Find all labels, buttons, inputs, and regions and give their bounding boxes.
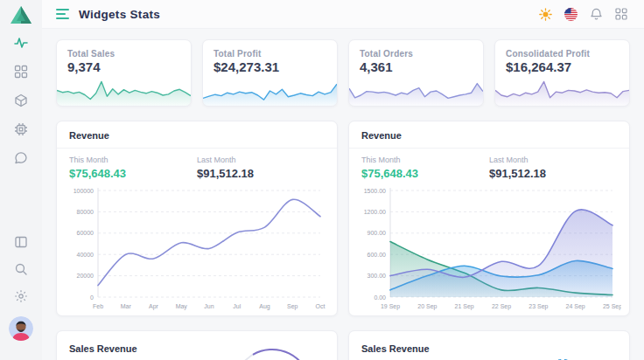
notifications-bell-icon[interactable] [589, 7, 603, 21]
menu-hamburger-icon[interactable] [56, 9, 69, 19]
sidebar-nav-top [14, 36, 28, 165]
svg-text:40000: 40000 [77, 252, 94, 258]
sidebar-nav-bottom [9, 235, 33, 350]
svg-text:Feb: Feb [93, 303, 103, 309]
svg-text:22 Sep: 22 Sep [492, 303, 511, 310]
revenue-card-row: Revenue This Month $75,648.43 Last Month… [56, 121, 630, 316]
this-month-block: This Month $75,648.43 [69, 156, 197, 180]
svg-text:100000: 100000 [74, 188, 94, 194]
top-header: Widgets Stats [42, 0, 644, 29]
app-logo[interactable] [10, 4, 32, 25]
svg-text:300.00: 300.00 [368, 273, 387, 279]
svg-text:1200.00: 1200.00 [364, 209, 386, 215]
sales-revenue-row: Sales Revenue $9,641.26 Sales Revenue $9… [56, 330, 630, 360]
last-month-label: Last Month [489, 156, 617, 164]
card-title: Revenue [57, 121, 337, 149]
last-month-value: $91,512.18 [197, 167, 325, 180]
sparkline-chart [349, 74, 483, 106]
stat-value: 9,374 [67, 59, 180, 74]
this-month-value: $75,648.43 [361, 167, 489, 180]
tick-gauge-chart [519, 334, 606, 360]
theme-sun-icon[interactable] [538, 7, 552, 21]
svg-text:25 Sep: 25 Sep [603, 303, 621, 310]
page-title: Widgets Stats [79, 8, 160, 21]
dashboard-grid-icon [14, 65, 28, 79]
revenue-stats: This Month $75,648.43 Last Month $91,512… [57, 149, 337, 182]
main-content: Total Sales 9,374 Total Profit $24,273.3… [42, 29, 644, 360]
language-flag-icon[interactable] [564, 7, 578, 21]
grid-glyph [615, 8, 627, 20]
header-actions [538, 7, 628, 21]
svg-text:600.00: 600.00 [368, 252, 387, 258]
revenue-stats: This Month $75,648.43 Last Month $91,512… [349, 149, 629, 182]
sales-revenue-card-right: Sales Revenue $9,641.26 [348, 330, 630, 360]
stat-value: 4,361 [360, 59, 472, 74]
svg-text:21 Sep: 21 Sep [455, 303, 474, 310]
svg-text:Jul: Jul [233, 303, 241, 309]
layout-panel-icon [14, 235, 28, 249]
sidebar-item-search[interactable] [14, 262, 28, 276]
revenue-card-line: Revenue This Month $75,648.43 Last Month… [56, 121, 338, 316]
svg-text:20000: 20000 [77, 273, 94, 279]
last-month-label: Last Month [197, 156, 325, 164]
last-month-block: Last Month $91,512.18 [197, 156, 325, 180]
logo-triangle-icon [10, 4, 32, 25]
svg-text:Sep: Sep [287, 303, 298, 310]
stat-card-total-sales: Total Sales 9,374 [56, 39, 192, 107]
bell-glyph [590, 8, 603, 21]
stat-card-row: Total Sales 9,374 Total Profit $24,273.3… [56, 39, 630, 107]
stat-label: Total Orders [360, 49, 472, 59]
revenue-line-chart: 020000400006000080000100000FebMarAprMayJ… [65, 183, 329, 311]
apps-grid-icon[interactable] [614, 7, 628, 21]
last-month-value: $91,512.18 [489, 167, 617, 180]
svg-text:Mar: Mar [121, 303, 132, 309]
stat-card-total-orders: Total Orders 4,361 [348, 39, 484, 107]
stat-label: Total Sales [67, 49, 180, 59]
svg-text:May: May [176, 303, 188, 310]
this-month-label: This Month [69, 156, 197, 164]
stat-label: Consolidated Profit [506, 49, 619, 59]
stat-card-consolidated-profit: Consolidated Profit $16,264.37 [494, 39, 630, 107]
svg-text:20 Sep: 20 Sep [417, 303, 437, 310]
svg-text:900.00: 900.00 [368, 230, 387, 236]
svg-text:0.00: 0.00 [374, 294, 386, 301]
last-month-block: Last Month $91,512.18 [489, 156, 617, 180]
svg-text:24 Sep: 24 Sep [566, 303, 585, 310]
svg-text:0: 0 [90, 294, 94, 301]
sidebar-item-layout[interactable] [14, 235, 28, 249]
sidebar [0, 0, 42, 360]
sidebar-item-cpu[interactable] [14, 122, 28, 136]
stat-label: Total Profit [214, 49, 326, 59]
us-flag-glyph [564, 8, 578, 21]
sparkline-chart [57, 74, 191, 106]
svg-text:19 Sep: 19 Sep [381, 303, 400, 310]
chat-bubble-icon [14, 151, 28, 165]
this-month-label: This Month [361, 156, 489, 164]
svg-text:Aug: Aug [259, 303, 270, 310]
svg-text:23 Sep: 23 Sep [528, 303, 548, 310]
sun-glyph [539, 8, 552, 21]
revenue-area-chart: 0.00300.00600.00900.001200.001500.0019 S… [357, 183, 621, 311]
sidebar-item-activity[interactable] [14, 36, 28, 50]
svg-text:60000: 60000 [77, 230, 94, 236]
svg-text:80000: 80000 [77, 209, 94, 215]
sidebar-item-package[interactable] [14, 93, 28, 107]
stat-value: $24,273.31 [214, 59, 326, 74]
sparkline-chart [203, 74, 337, 106]
stat-card-total-profit: Total Profit $24,273.31 [202, 39, 338, 107]
this-month-block: This Month $75,648.43 [361, 156, 489, 180]
sidebar-item-chat[interactable] [14, 151, 28, 165]
svg-text:Jun: Jun [204, 303, 214, 309]
this-month-value: $75,648.43 [69, 167, 197, 180]
user-avatar[interactable] [9, 316, 33, 341]
package-box-icon [14, 93, 28, 107]
sidebar-item-settings[interactable] [14, 289, 28, 303]
card-title: Revenue [349, 121, 629, 149]
avatar-image [9, 316, 33, 341]
revenue-card-area: Revenue This Month $75,648.43 Last Month… [348, 121, 630, 316]
stat-value: $16,264.37 [506, 59, 619, 74]
sidebar-item-dashboard[interactable] [14, 65, 28, 79]
sparkline-chart [495, 74, 629, 106]
svg-text:1500.00: 1500.00 [364, 188, 386, 194]
sales-revenue-card-left: Sales Revenue $9,641.26 [56, 330, 338, 360]
